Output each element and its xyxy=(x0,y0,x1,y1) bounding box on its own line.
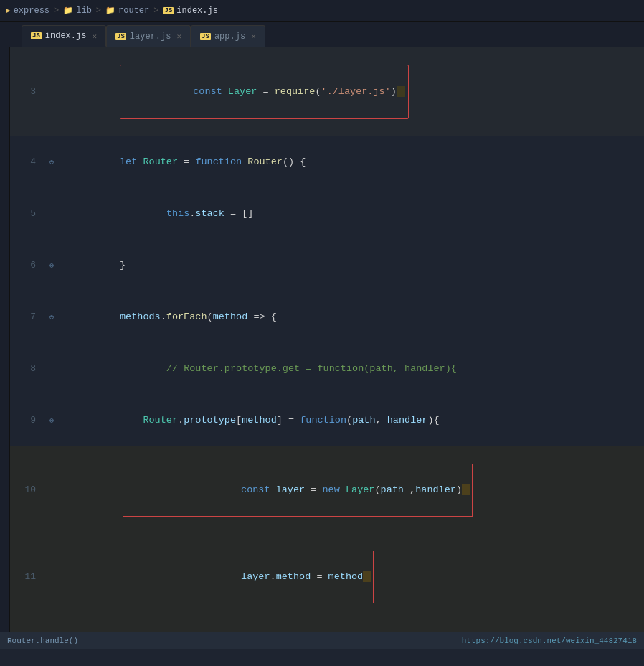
editor-area: ibr on ary 3 const Layer = require('./la… xyxy=(0,47,644,632)
line-content-12: this.stack.push(layer) xyxy=(59,620,644,632)
tab-close-3[interactable]: ✕ xyxy=(251,32,256,41)
gutter-9: ⊖ xyxy=(44,416,59,425)
line-content-11: layer.method = method xyxy=(59,534,644,620)
breadcrumb-lib-label[interactable]: lib xyxy=(76,6,92,16)
tab-indexjs-label: index.js xyxy=(45,31,87,41)
bottom-bar: Router.handle() https://blog.csdn.net/we… xyxy=(0,632,644,649)
tab-appjs[interactable]: JS app.js ✕ xyxy=(191,25,265,47)
line-content-10: const layer = new Layer(path ,handler) xyxy=(59,446,644,534)
line-content-5: this.stack = [] xyxy=(59,188,644,240)
table-row: 3 const Layer = require('./layer.js') xyxy=(10,47,644,136)
folder-icon-3: 📁 xyxy=(105,6,115,15)
line-num-6: 6 xyxy=(10,257,44,274)
js-icon-breadcrumb: JS xyxy=(163,7,174,14)
table-row: 11 layer.method = method xyxy=(10,534,644,620)
gutter-4: ⊖ xyxy=(44,158,59,166)
title-bar: ▶ express > 📁 lib > 📁 router > JS index.… xyxy=(0,0,644,22)
line-num-3: 3 xyxy=(10,83,44,100)
line-content-9: Router.prototype[method] = function(path… xyxy=(59,395,644,446)
table-row: 4 ⊖ let Router = function Router() { xyxy=(10,136,644,188)
breadcrumb-sep-1: > xyxy=(54,6,59,16)
table-row: 9 ⊖ Router.prototype[method] = function(… xyxy=(10,395,644,446)
tab-close-1[interactable]: ✕ xyxy=(92,32,97,41)
gutter-6: ⊖ xyxy=(44,261,59,270)
table-row: 12 this.stack.push(layer) xyxy=(10,620,644,632)
folder-icon: ▶ xyxy=(6,6,11,15)
table-row: 7 ⊖ methods.forEach(method => { xyxy=(10,291,644,343)
breadcrumb-indexjs-label[interactable]: index.js xyxy=(176,6,218,16)
breadcrumb-router-label[interactable]: router xyxy=(118,6,149,16)
table-row: 6 ⊖ } xyxy=(10,240,644,291)
line-content-4: let Router = function Router() { xyxy=(59,136,644,188)
line-num-11: 11 xyxy=(10,568,44,586)
tab-indexjs[interactable]: JS index.js ✕ xyxy=(22,25,106,47)
line-content-8: // Router.prototype.get = function(path,… xyxy=(59,343,644,395)
table-row: 10 const layer = new Layer(path ,handler… xyxy=(10,446,644,534)
breadcrumb-sep-3: > xyxy=(153,6,158,16)
tab-bar: JS index.js ✕ JS layer.js ✕ JS app.js ✕ xyxy=(0,22,644,47)
function-name-status: Router.handle() xyxy=(7,637,78,645)
line-num-8: 8 xyxy=(10,360,44,377)
breadcrumb: ▶ express xyxy=(6,6,49,16)
line-num-9: 9 xyxy=(10,412,44,429)
table-row: 8 // Router.prototype.get = function(pat… xyxy=(10,343,644,395)
line-content-7: methods.forEach(method => { xyxy=(59,291,644,343)
line-content-3: const Layer = require('./layer.js') xyxy=(59,47,644,136)
url-status[interactable]: https://blog.csdn.net/weixin_44827418 xyxy=(462,637,637,645)
tab-js-icon-2: JS xyxy=(115,33,126,40)
breadcrumb-indexjs: JS index.js xyxy=(163,6,217,16)
folder-icon-2: 📁 xyxy=(63,6,73,15)
fold-icon-6[interactable]: ⊖ xyxy=(49,261,54,270)
tab-close-2[interactable]: ✕ xyxy=(176,32,181,41)
breadcrumb-lib: 📁 lib xyxy=(63,6,92,16)
fold-icon-4[interactable]: ⊖ xyxy=(49,158,54,166)
line-num-5: 5 xyxy=(10,205,44,222)
tab-js-icon-3: JS xyxy=(200,33,211,40)
breadcrumb-express[interactable]: express xyxy=(14,6,49,16)
line-content-6: } xyxy=(59,240,644,291)
tab-js-icon-1: JS xyxy=(31,32,42,39)
line-num-4: 4 xyxy=(10,154,44,171)
fold-icon-9[interactable]: ⊖ xyxy=(49,416,54,425)
breadcrumb-router: 📁 router xyxy=(105,6,149,16)
tab-layerjs[interactable]: JS layer.js ✕ xyxy=(106,25,191,47)
table-row: 5 this.stack = [] xyxy=(10,188,644,240)
tab-layerjs-label: layer.js xyxy=(130,32,171,42)
code-lines: 3 const Layer = require('./layer.js') 4 … xyxy=(10,47,644,632)
gutter-7: ⊖ xyxy=(44,313,59,322)
line-num-10: 10 xyxy=(10,482,44,499)
code-container[interactable]: 3 const Layer = require('./layer.js') 4 … xyxy=(10,47,644,632)
breadcrumb-sep-2: > xyxy=(96,6,101,16)
sidebar-left: ibr on ary xyxy=(0,47,10,632)
fold-icon-7[interactable]: ⊖ xyxy=(49,313,54,322)
line-num-7: 7 xyxy=(10,309,44,326)
tab-appjs-label: app.js xyxy=(214,32,245,42)
